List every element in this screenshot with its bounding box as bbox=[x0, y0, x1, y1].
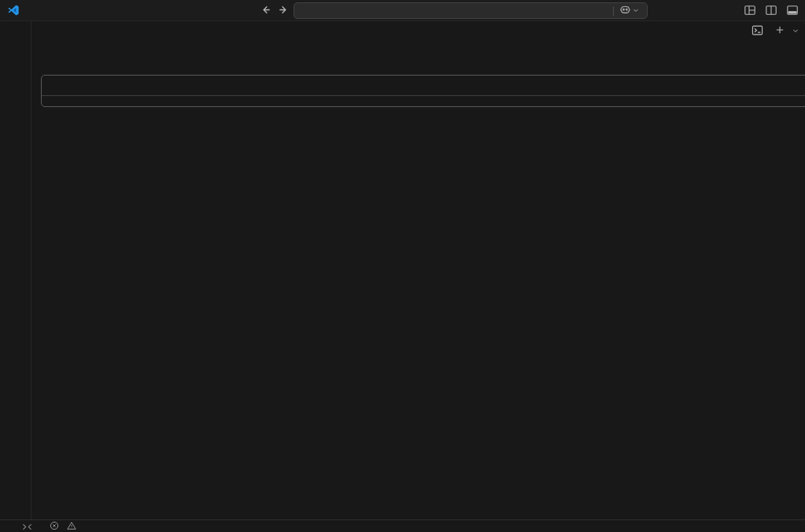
layout-controls bbox=[744, 4, 799, 20]
plan-box-body bbox=[42, 96, 805, 106]
terminal-output[interactable] bbox=[31, 42, 805, 519]
status-bar bbox=[0, 519, 805, 532]
command-center-search[interactable] bbox=[294, 2, 648, 19]
panel-tabs bbox=[31, 21, 37, 42]
chevron-down-icon[interactable] bbox=[631, 6, 641, 17]
warning-icon bbox=[67, 521, 76, 532]
new-terminal-plus-icon[interactable] bbox=[774, 24, 785, 39]
back-arrow-icon[interactable] bbox=[260, 4, 271, 19]
terminal-panel-icon bbox=[751, 24, 763, 39]
divider bbox=[613, 6, 614, 16]
problems-status[interactable] bbox=[50, 521, 82, 532]
toggle-panel-icon[interactable] bbox=[786, 4, 799, 20]
plan-box-title bbox=[42, 76, 805, 96]
vscode-logo-icon[interactable] bbox=[7, 4, 20, 17]
customize-layout-icon[interactable] bbox=[744, 4, 756, 20]
vscode-window bbox=[0, 0, 805, 532]
panel-header bbox=[31, 21, 805, 42]
terminal-profile-chevron-icon[interactable] bbox=[791, 24, 800, 39]
split-editor-icon[interactable] bbox=[765, 4, 777, 20]
history-nav bbox=[260, 4, 290, 19]
copilot-icon[interactable] bbox=[619, 4, 631, 17]
terminal-panel bbox=[31, 21, 805, 519]
title-bar bbox=[0, 0, 805, 21]
plan-review-box bbox=[41, 75, 805, 107]
forward-arrow-icon[interactable] bbox=[278, 4, 290, 19]
remote-indicator-icon[interactable] bbox=[22, 522, 32, 532]
panel-actions bbox=[751, 21, 800, 42]
error-icon bbox=[50, 521, 59, 532]
activity-bar bbox=[0, 21, 31, 519]
